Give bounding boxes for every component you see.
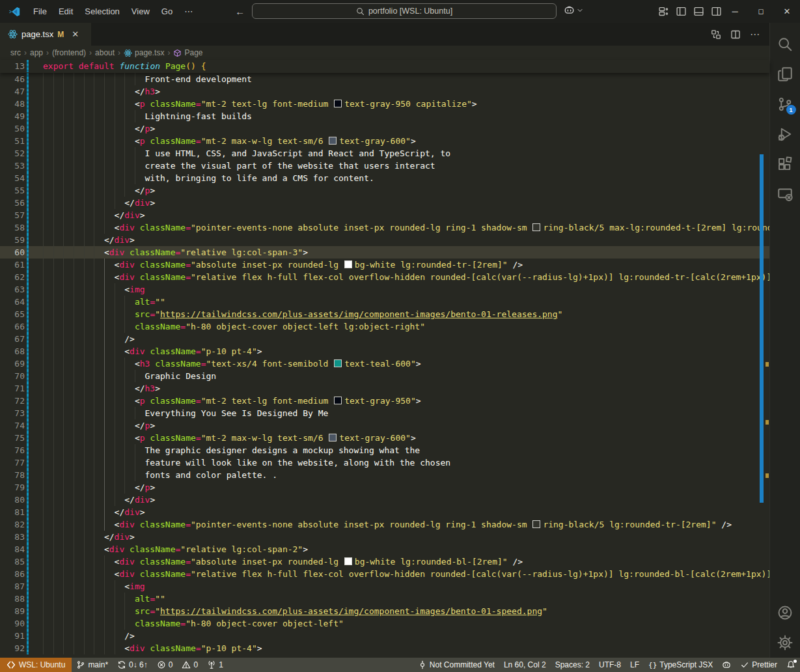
menu-go[interactable]: Go: [156, 4, 178, 19]
toggle-panel-icon[interactable]: [693, 6, 704, 17]
status-check[interactable]: Prettier: [736, 658, 782, 672]
customize-layout-icon[interactable]: [658, 6, 669, 17]
toggle-secondary-sidebar-icon[interactable]: [711, 6, 722, 17]
code-line-62[interactable]: 62 <div className="relative flex h-full …: [0, 271, 769, 283]
code-line-52[interactable]: 52 I use HTML, CSS, and JavaScript and R…: [0, 147, 769, 160]
breadcrumb-item-src[interactable]: src: [10, 48, 21, 57]
code-line-78[interactable]: 78 fonts and color palette. .: [0, 469, 769, 481]
status-bell[interactable]: [782, 658, 800, 672]
breadcrumb-item-app[interactable]: app: [30, 48, 43, 57]
status-git-branch[interactable]: main*: [72, 658, 113, 672]
status-warning[interactable]: 0: [177, 658, 202, 672]
menu-file[interactable]: File: [27, 4, 53, 19]
code-line-87[interactable]: 87 <img: [0, 580, 769, 593]
code-line-51[interactable]: 51 <p className="mt-2 max-w-lg text-sm/6…: [0, 135, 769, 147]
code-line-73[interactable]: 73 Everything You See Is Designed By Me: [0, 407, 769, 419]
code-line-55[interactable]: 55 </p>: [0, 184, 769, 197]
code-line-83[interactable]: 83 </div>: [0, 531, 769, 543]
code-line-81[interactable]: 81 </div>: [0, 506, 769, 518]
status-ln-60-col-2[interactable]: Ln 60, Col 2: [499, 658, 551, 672]
code-line-53[interactable]: 53 create the visual part of the website…: [0, 160, 769, 172]
tab-close-icon[interactable]: ✕: [72, 29, 79, 39]
close-button[interactable]: ✕: [774, 0, 800, 23]
status-remote[interactable]: WSL: Ubuntu: [0, 658, 72, 672]
code-line-61[interactable]: 61 <div className="absolute inset-px rou…: [0, 259, 769, 271]
status-typescript-jsx[interactable]: {}TypeScript JSX: [644, 658, 717, 672]
status-utf-8[interactable]: UTF-8: [594, 658, 626, 672]
maximize-button[interactable]: ◻: [748, 0, 774, 23]
breadcrumb-item-about[interactable]: about: [95, 48, 115, 57]
code-line-79[interactable]: 79 </p>: [0, 481, 769, 494]
activity-search-icon[interactable]: [770, 29, 800, 59]
code-line-77[interactable]: 77 feature will look like on the website…: [0, 456, 769, 469]
split-editor-icon[interactable]: [730, 29, 741, 40]
tab-page-tsx[interactable]: page.tsx M ✕: [0, 23, 91, 46]
code-line-85[interactable]: 85 <div className="absolute inset-px rou…: [0, 555, 769, 568]
breadcrumb-item-Page[interactable]: Page: [173, 48, 202, 57]
code-line-65[interactable]: 65 src="https://tailwindcss.com/plus-ass…: [0, 308, 769, 320]
sticky-scroll-line[interactable]: 13export default function Page() {: [0, 60, 769, 73]
menu-selection[interactable]: Selection: [79, 4, 125, 19]
code-line-75[interactable]: 75 <p className="mt-2 max-w-lg text-sm/6…: [0, 432, 769, 444]
code-line-74[interactable]: 74 </p>: [0, 419, 769, 432]
code-line-54[interactable]: 54 with, bringing to life and a CMS for …: [0, 172, 769, 184]
nav-back-button[interactable]: ←: [235, 6, 245, 17]
activity-settings-gear-icon[interactable]: [770, 628, 800, 658]
code-line-50[interactable]: 50 </p>: [0, 122, 769, 135]
code-line-71[interactable]: 71 </h3>: [0, 382, 769, 395]
sticky-line-13[interactable]: 13export default function Page() {: [0, 60, 769, 72]
code-line-92[interactable]: 92 <div className="p-10 pt-4">: [0, 642, 769, 654]
menu-edit[interactable]: Edit: [53, 4, 79, 19]
code-line-58[interactable]: 58 <div className="pointer-events-none a…: [0, 221, 769, 234]
code-line-70[interactable]: 70 Graphic Design: [0, 370, 769, 382]
code-line-56[interactable]: 56 </div>: [0, 197, 769, 209]
code-line-67[interactable]: 67 />: [0, 333, 769, 345]
code-line-47[interactable]: 47 </h3>: [0, 85, 769, 98]
menu-view[interactable]: View: [126, 4, 156, 19]
code-line-66[interactable]: 66 className="h-80 object-cover object-l…: [0, 320, 769, 333]
activity-remote-explorer-icon[interactable]: [770, 179, 800, 209]
status-git-commit[interactable]: Not Committed Yet: [413, 658, 499, 672]
overview-ruler-modified[interactable]: [760, 154, 764, 503]
status-copilot[interactable]: [717, 658, 736, 672]
code-line-49[interactable]: 49 Lightning-fast builds: [0, 110, 769, 122]
more-actions-icon[interactable]: ⋯: [750, 29, 760, 40]
code-line-89[interactable]: 89 src="https://tailwindcss.com/plus-ass…: [0, 605, 769, 617]
activity-run-debug-icon[interactable]: [770, 119, 800, 149]
status-error[interactable]: 0: [152, 658, 178, 672]
code-line-90[interactable]: 90 className="h-80 object-cover object-l…: [0, 617, 769, 630]
code-line-91[interactable]: 91 />: [0, 630, 769, 642]
minimize-button[interactable]: ─: [722, 0, 748, 23]
code-line-86[interactable]: 86 <div className="relative flex h-full …: [0, 568, 769, 580]
code-line-69[interactable]: 69 <h3 className="text-xs/4 font-semibol…: [0, 357, 769, 370]
code-line-72[interactable]: 72 <p className="mt-2 text-lg font-mediu…: [0, 395, 769, 407]
code-line-68[interactable]: 68 <div className="p-10 pt-4">: [0, 345, 769, 357]
code-line-84[interactable]: 84 <div className="relative lg:col-span-…: [0, 543, 769, 555]
menu-[interactable]: ⋯: [178, 4, 199, 19]
status-lf[interactable]: LF: [626, 658, 644, 672]
code-line-82[interactable]: 82 <div className="pointer-events-none a…: [0, 518, 769, 531]
toggle-sidebar-icon[interactable]: [676, 6, 687, 17]
breadcrumb-item-page.tsx[interactable]: page.tsx: [124, 48, 164, 57]
code-line-46[interactable]: 46 Front-end development: [0, 73, 769, 85]
code-line-59[interactable]: 59 </div>: [0, 234, 769, 246]
code-line-76[interactable]: 76 The graphic designer designs a mockup…: [0, 444, 769, 456]
code-line-88[interactable]: 88 alt="": [0, 593, 769, 605]
status-radio-tower[interactable]: 1: [202, 658, 228, 672]
command-center-search[interactable]: portfolio [WSL: Ubuntu]: [252, 3, 557, 19]
status-sync[interactable]: 0↓ 6↑: [113, 658, 152, 672]
activity-extensions-icon[interactable]: [770, 149, 800, 179]
activity-source-control-icon[interactable]: 1: [770, 89, 800, 119]
status-spaces-2[interactable]: Spaces: 2: [551, 658, 594, 672]
copilot-menu-button[interactable]: [564, 5, 584, 16]
breadcrumb-item-frontend[interactable]: (frontend): [52, 48, 86, 57]
open-changes-icon[interactable]: [711, 29, 721, 40]
code-line-64[interactable]: 64 alt="": [0, 296, 769, 308]
activity-explorer-icon[interactable]: [770, 59, 800, 89]
code-line-63[interactable]: 63 <img: [0, 283, 769, 296]
code-editor[interactable]: 46 Front-end development47 </h3>48 <p cl…: [0, 73, 769, 658]
code-line-80[interactable]: 80 </div>: [0, 494, 769, 506]
code-line-48[interactable]: 48 <p className="mt-2 text-lg font-mediu…: [0, 98, 769, 110]
code-line-60[interactable]: 60 <div className="relative lg:col-span-…: [0, 246, 769, 259]
code-line-57[interactable]: 57 </div>: [0, 209, 769, 221]
